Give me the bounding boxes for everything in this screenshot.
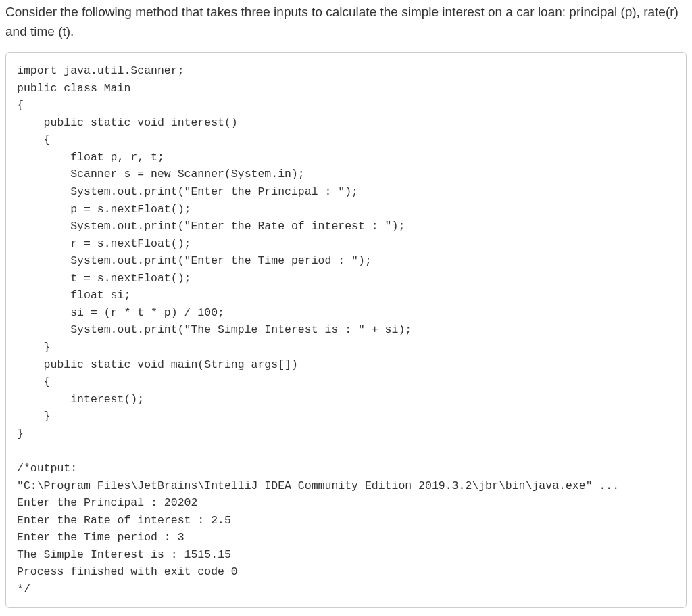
page-container: Consider the following method that takes…: [0, 0, 692, 613]
code-block: import java.util.Scanner; public class M…: [5, 52, 687, 608]
question-text: Consider the following method that takes…: [5, 3, 687, 41]
